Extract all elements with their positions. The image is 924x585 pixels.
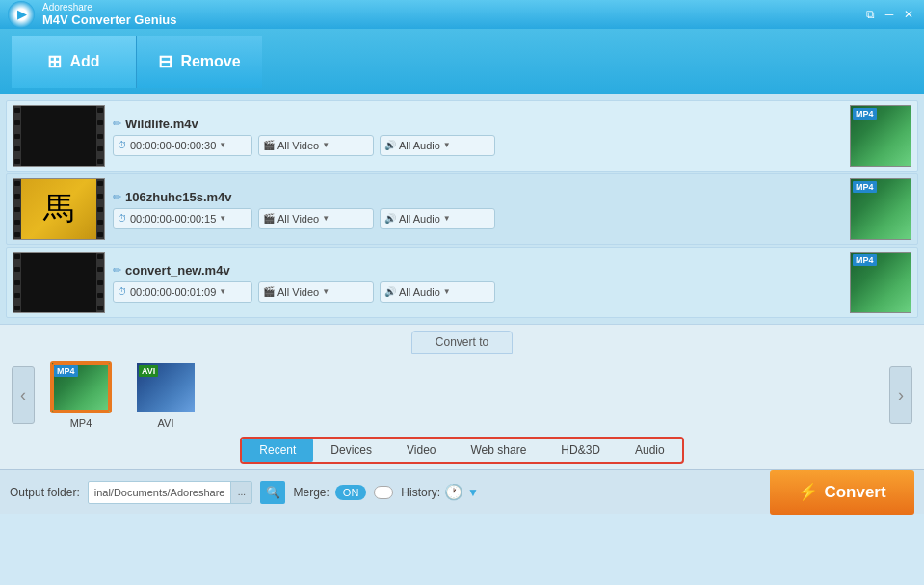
file-name: Wildlife.m4v	[125, 117, 198, 131]
output-format-thumb: MP4	[850, 178, 911, 240]
path-ellipsis-button[interactable]: ...	[230, 481, 251, 504]
convert-to-tab: Convert to	[411, 331, 513, 354]
format-icon-box-avi: AVI	[135, 361, 197, 413]
app-logo: ▶	[8, 1, 35, 28]
file-controls: ⏱ 00:00:00-00:01:09 ▼ 🎬 All Video ▼ 🔊 Al…	[113, 281, 842, 303]
history-icon[interactable]: 🕐	[444, 483, 463, 501]
audio-track-select[interactable]: 🔊 All Audio ▼	[380, 135, 495, 156]
search-icon: 🔍	[266, 486, 280, 499]
file-name: convert_new.m4v	[125, 263, 230, 278]
product-name: M4V Converter Genius	[42, 13, 176, 27]
format-icons-row: ‹ MP4 MP4 AVI AVI ›	[0, 358, 924, 433]
tab-webshare[interactable]: Web share	[454, 439, 544, 462]
format-badge: MP4	[853, 254, 877, 266]
titlebar-controls: ⧉ ─ ✕	[862, 7, 916, 22]
prev-format-button[interactable]: ‹	[12, 366, 35, 424]
time-range-select[interactable]: ⏱ 00:00:00-00:00:15 ▼	[113, 208, 252, 229]
output-folder-label: Output folder:	[10, 486, 80, 499]
titlebar-left: ▶ Adoreshare M4V Converter Genius	[8, 1, 176, 28]
minimize-btn[interactable]: ─	[882, 7, 897, 22]
file-item: 馬 ✏ 106zhuhc15s.m4v ⏱ 00:00:00-00:00:15 …	[6, 173, 918, 245]
bottom-panel: Convert to ‹ MP4 MP4 AVI AVI › Recent	[0, 324, 924, 469]
file-info: ✏ convert_new.m4v ⏱ 00:00:00-00:01:09 ▼ …	[113, 263, 842, 303]
next-format-button[interactable]: ›	[889, 366, 912, 424]
tab-hd3d[interactable]: HD&3D	[543, 439, 618, 462]
path-search-button[interactable]: 🔍	[260, 481, 285, 504]
output-format-thumb: MP4	[850, 252, 911, 313]
file-thumbnail	[13, 252, 105, 313]
file-thumbnail: 馬	[13, 178, 105, 240]
format-badge: MP4	[853, 108, 877, 120]
titlebar: ▶ Adoreshare M4V Converter Genius ⧉ ─ ✕	[0, 0, 924, 29]
footer: Output folder: inal/Documents/Adoreshare…	[0, 469, 924, 514]
remove-label: Remove	[180, 53, 240, 70]
video-track-select[interactable]: 🎬 All Video ▼	[258, 135, 374, 156]
convert-button[interactable]: ⚡ Convert	[770, 470, 914, 515]
add-button[interactable]: ⊞ Add	[12, 36, 137, 88]
caret-icon: ▼	[443, 141, 451, 149]
convert-to-tab-row: Convert to	[0, 325, 924, 358]
file-controls: ⏱ 00:00:00-00:00:30 ▼ 🎬 All Video ▼ 🔊 Al…	[113, 135, 842, 156]
output-format-thumb: MP4	[850, 105, 911, 167]
avi-badge: AVI	[139, 365, 158, 377]
merge-section: Merge: ON	[293, 485, 393, 500]
output-path-box: inal/Documents/Adoreshare ...	[88, 481, 253, 504]
close-btn[interactable]: ✕	[901, 7, 916, 22]
convert-label: Convert	[824, 483, 885, 502]
app-title: Adoreshare M4V Converter Genius	[42, 2, 176, 27]
audio-track-select[interactable]: 🔊 All Audio ▼	[380, 208, 495, 229]
caret-icon: ▼	[322, 287, 330, 296]
output-path-text: inal/Documents/Adoreshare	[89, 487, 231, 498]
tab-devices[interactable]: Devices	[313, 439, 389, 462]
history-dropdown-icon[interactable]: ▼	[467, 486, 479, 499]
file-name-row: ✏ 106zhuhc15s.m4v	[113, 190, 842, 204]
file-name: 106zhuhc15s.m4v	[125, 190, 232, 204]
toolbar: ⊞ Add ⊟ Remove	[0, 29, 924, 94]
file-item: ✏ convert_new.m4v ⏱ 00:00:00-00:01:09 ▼ …	[6, 247, 918, 318]
file-name-row: ✏ Wildlife.m4v	[113, 117, 842, 131]
remove-icon: ⊟	[158, 51, 172, 72]
edit-icon: ✏	[113, 264, 121, 277]
file-name-row: ✏ convert_new.m4v	[113, 263, 842, 278]
brand-name: Adoreshare	[42, 2, 176, 13]
time-range-select[interactable]: ⏱ 00:00:00-00:00:30 ▼	[113, 135, 252, 156]
merge-toggle[interactable]: ON	[335, 485, 367, 500]
format-badge: MP4	[853, 181, 877, 193]
caret-icon: ▼	[219, 214, 226, 223]
video-track-select[interactable]: 🎬 All Video ▼	[258, 208, 374, 229]
caret-icon: ▼	[219, 287, 226, 296]
toggle-thumb	[374, 486, 393, 499]
edit-icon: ✏	[113, 191, 121, 203]
caret-icon: ▼	[443, 287, 451, 296]
remove-button[interactable]: ⊟ Remove	[137, 36, 262, 88]
merge-label: Merge:	[293, 486, 329, 499]
mp4-badge: MP4	[54, 365, 78, 377]
add-label: Add	[69, 53, 99, 70]
audio-track-select[interactable]: 🔊 All Audio ▼	[380, 281, 495, 303]
format-icon-avi[interactable]: AVI AVI	[127, 361, 204, 429]
file-info: ✏ 106zhuhc15s.m4v ⏱ 00:00:00-00:00:15 ▼ …	[113, 190, 842, 229]
file-controls: ⏱ 00:00:00-00:00:15 ▼ 🎬 All Video ▼ 🔊 Al…	[113, 208, 842, 229]
convert-icon: ⚡	[798, 482, 818, 502]
avi-label: AVI	[158, 417, 174, 429]
add-icon: ⊞	[47, 51, 62, 72]
caret-icon: ▼	[443, 214, 451, 223]
format-icon-mp4[interactable]: MP4 MP4	[42, 361, 119, 429]
tab-audio[interactable]: Audio	[618, 439, 682, 462]
tab-video[interactable]: Video	[389, 439, 453, 462]
history-label: History:	[401, 486, 440, 499]
file-info: ✏ Wildlife.m4v ⏱ 00:00:00-00:00:30 ▼ 🎬 A…	[113, 117, 842, 156]
video-track-select[interactable]: 🎬 All Video ▼	[258, 281, 374, 303]
restore-btn[interactable]: ⧉	[862, 7, 878, 22]
mp4-label: MP4	[70, 417, 92, 429]
format-icon-box-mp4: MP4	[50, 361, 112, 413]
history-section: History: 🕐 ▼	[401, 483, 479, 501]
tab-recent[interactable]: Recent	[242, 439, 313, 462]
edit-icon: ✏	[113, 118, 121, 130]
format-tabs-container: Recent Devices Video Web share HD&3D Aud…	[0, 433, 924, 469]
file-thumbnail	[13, 105, 105, 167]
file-item: ✏ Wildlife.m4v ⏱ 00:00:00-00:00:30 ▼ 🎬 A…	[6, 100, 918, 172]
format-tabs: Recent Devices Video Web share HD&3D Aud…	[240, 437, 683, 464]
caret-icon: ▼	[322, 141, 330, 149]
time-range-select[interactable]: ⏱ 00:00:00-00:01:09 ▼	[113, 281, 252, 303]
